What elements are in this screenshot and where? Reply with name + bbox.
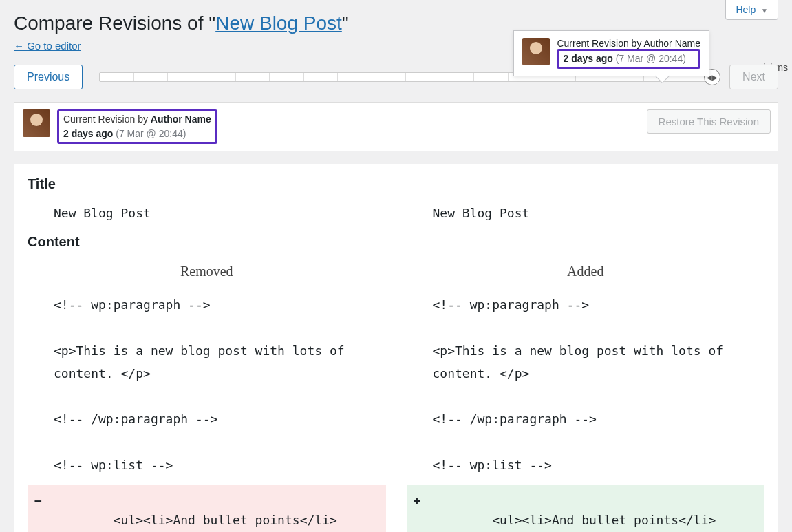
removed-header: Removed [28,264,386,279]
revision-tooltip: Current Revision by Author Name 2 days a… [513,30,709,76]
added-text-pre: <ul><li>And bullet points</li><li>And mo… [433,513,716,532]
content-right-unchanged: <!-- wp:paragraph --> <p>This is a new b… [407,293,765,476]
title-suffix: " [342,12,349,34]
tooltip-author: Author Name [644,38,700,49]
removed-text: <ul><li>And bullet points</li><li>And mo… [54,513,337,532]
help-button[interactable]: Help ▼ [725,0,778,20]
next-button: Next [729,65,778,89]
back-to-editor-link[interactable]: ← Go to editor [14,40,81,52]
content-right-added: +<ul><li>And bullet points</li><li>And m… [407,485,765,532]
content-left-removed: −<ul><li>And bullet points</li><li>And m… [28,485,386,532]
meta-by: Current Revision by [63,114,148,125]
chevron-down-icon: ▼ [761,7,768,14]
restore-revision-button: Restore This Revision [647,109,771,134]
tooltip-ago: 2 days ago [563,53,612,64]
previous-button[interactable]: Previous [14,65,83,89]
minus-icon: − [34,491,42,511]
section-title-title: Title [28,176,764,192]
content-left-unchanged: <!-- wp:paragraph --> <p>This is a new b… [28,293,386,476]
title-right: New Blog Post [407,206,765,220]
tooltip-highlight: 2 days ago (7 Mar @ 20:44) [557,49,700,69]
tooltip-date: (7 Mar @ 20:44) [616,53,686,64]
title-prefix: Compare Revisions of " [14,12,215,34]
meta-author: Author Name [151,114,211,125]
meta-highlight: Current Revision by Author Name 2 days a… [57,109,217,144]
added-header: Added [407,264,765,279]
content-diff-row: Removed <!-- wp:paragraph --> <p>This is… [28,264,764,532]
tooltip-by: Current Revision by [557,38,641,49]
section-title-content: Content [28,234,764,250]
avatar [23,109,50,137]
diff-panel: Title New Blog Post New Blog Post Conten… [14,164,778,532]
plus-icon: + [414,491,421,511]
post-link[interactable]: New Blog Post [215,12,342,34]
avatar [522,38,550,65]
title-left: New Blog Post [28,206,386,220]
title-diff-row: New Blog Post New Blog Post [28,206,764,234]
meta-date: (7 Mar @ 20:44) [116,128,186,139]
help-label: Help [736,4,756,15]
revision-meta-bar: Current Revision by Author Name 2 days a… [14,102,778,151]
meta-ago: 2 days ago [63,128,113,139]
